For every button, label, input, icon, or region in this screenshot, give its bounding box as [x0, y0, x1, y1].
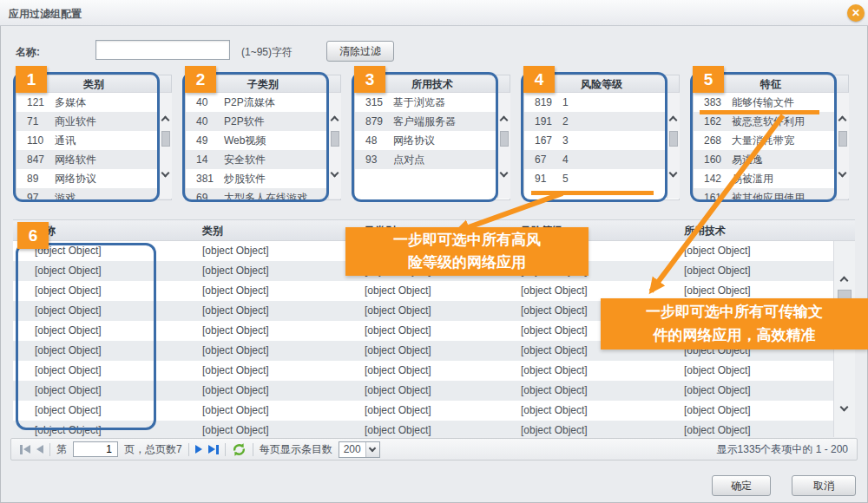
ok-button[interactable]: 确定 [712, 475, 771, 496]
panel-list-item[interactable]: 14 安全软件 [186, 150, 340, 169]
panel-list-item[interactable]: 40 P2P流媒体 [186, 93, 340, 112]
step-badge: 6 [17, 222, 49, 249]
panel-listbox: 类别 121 多媒体 71 商业软件 [16, 75, 172, 200]
panel-scrollbar[interactable] [497, 93, 510, 199]
callout-text-line: 一步即可选中所有高风 [345, 229, 589, 252]
next-page-icon[interactable] [195, 445, 202, 454]
item-count: 819 [524, 93, 562, 112]
table-cell: [object Object] [13, 301, 178, 321]
item-count: 71 [16, 112, 55, 131]
panel-scrollbar[interactable] [159, 93, 172, 199]
panel-list-item[interactable]: 191 2 [524, 112, 679, 131]
panel-list-item[interactable]: 268 大量消耗带宽 [694, 131, 848, 150]
panel-list-item[interactable]: 142 易被滥用 [694, 169, 848, 188]
scroll-thumb[interactable] [838, 131, 847, 147]
chevron-down-icon[interactable] [365, 442, 379, 457]
scroll-up-icon[interactable] [669, 116, 678, 125]
panel-list-item[interactable]: 847 网络软件 [16, 150, 171, 169]
scroll-down-icon[interactable] [500, 169, 509, 178]
table-cell: [object Object] [13, 421, 178, 437]
panel-list-item[interactable]: 110 通讯 [16, 131, 171, 150]
panel-scrollbar[interactable] [328, 93, 341, 199]
callout-text-line: 一步即可选中所有可传输文 [601, 301, 868, 323]
table-row[interactable]: [object Object] [object Object] [object … [13, 381, 855, 401]
last-page-icon[interactable] [208, 445, 219, 454]
table-cell: [object Object] [178, 401, 347, 421]
panel-list-item[interactable]: 69 大型多人在线游戏 [186, 188, 340, 200]
panel-list-item[interactable]: 97 游戏 [16, 188, 171, 200]
scroll-thumb[interactable] [331, 131, 339, 147]
risk-level-callout: 一步即可选中所有高风 险等级的网络应用 [345, 227, 589, 276]
scroll-up-icon[interactable] [500, 116, 509, 125]
panel-scrollbar[interactable] [836, 93, 849, 199]
panel-list-item[interactable]: 167 3 [524, 131, 679, 150]
panel-scrollbar[interactable] [667, 93, 680, 199]
table-row[interactable]: [object Object] [object Object] [object … [13, 361, 855, 381]
panel-list-item[interactable]: 93 点对点 [355, 150, 510, 169]
previous-page-icon[interactable] [36, 445, 43, 454]
page-number-input[interactable] [73, 441, 118, 457]
per-page-label: 每页显示条目数 [260, 442, 332, 457]
table-cell: [object Object] [178, 421, 347, 437]
item-count: 383 [694, 93, 732, 112]
app-filter-group-dialog: 应用过滤组配置 ✕ 名称: (1~95)字符 清除过滤 1 类别 121 多媒体 [0, 0, 868, 503]
item-count: 89 [16, 169, 55, 188]
panel-list-item[interactable]: 49 Web视频 [186, 131, 340, 150]
table-cell: [object Object] [13, 361, 178, 381]
table-cell: [object Object] [13, 321, 178, 341]
close-icon[interactable]: ✕ [847, 4, 865, 22]
item-count: 69 [186, 188, 224, 200]
panel-list-item[interactable]: 71 商业软件 [16, 112, 171, 131]
scroll-up-icon[interactable] [161, 116, 170, 125]
panel-list-item[interactable]: 89 网络协议 [16, 169, 171, 188]
name-input[interactable] [95, 40, 230, 60]
page-prefix-label: 第 [56, 442, 67, 457]
item-label: Web视频 [224, 131, 266, 150]
panel-list-item[interactable]: 121 多媒体 [16, 93, 171, 112]
refresh-icon[interactable] [232, 442, 247, 457]
scroll-thumb[interactable] [669, 131, 678, 147]
panel-list-item[interactable]: 879 客户端服务器 [355, 112, 510, 131]
panel-list-item[interactable]: 819 1 [524, 93, 679, 112]
file-transfer-callout: 一步即可选中所有可传输文 件的网络应用，高效精准 [601, 298, 868, 349]
item-count: 49 [186, 131, 224, 150]
scroll-thumb[interactable] [161, 131, 170, 147]
item-label: 易逃逸 [732, 150, 763, 169]
cancel-button[interactable]: 取消 [792, 475, 856, 496]
scroll-down-icon[interactable] [840, 403, 849, 412]
panel-list-item[interactable]: 91 5 [524, 169, 679, 188]
table-cell: [object Object] [178, 281, 347, 301]
panel-list-item[interactable]: 162 被恶意软件利用 [694, 112, 848, 131]
first-page-icon[interactable] [20, 445, 30, 454]
scroll-down-icon[interactable] [331, 169, 339, 178]
scroll-up-icon[interactable] [840, 277, 849, 285]
scroll-down-icon[interactable] [161, 169, 170, 178]
panel-list-item[interactable]: 315 基于浏览器 [355, 93, 510, 112]
panel-list-item[interactable]: 67 4 [524, 150, 679, 169]
panel-list-item[interactable]: 381 炒股软件 [186, 169, 340, 188]
table-cell: [object Object] [13, 381, 178, 401]
panel-list-item[interactable]: 161 被其他应用使用 [694, 188, 848, 200]
item-label: 客户端服务器 [393, 112, 456, 131]
panel-list-item[interactable]: 160 易逃逸 [694, 150, 848, 169]
item-count: 14 [186, 150, 224, 169]
item-count: 121 [16, 93, 55, 112]
panel-list-item[interactable]: 48 网络协议 [355, 131, 510, 150]
scroll-down-icon[interactable] [838, 169, 847, 178]
table-cell: [object Object] [508, 421, 673, 437]
item-label: 安全软件 [224, 150, 266, 169]
scroll-up-icon[interactable] [331, 116, 339, 125]
clear-filter-button[interactable]: 清除过滤 [326, 41, 394, 62]
panel-list-item[interactable]: 40 P2P软件 [186, 112, 340, 131]
scroll-thumb[interactable] [500, 131, 509, 147]
scroll-down-icon[interactable] [669, 169, 678, 178]
item-label: 5 [562, 169, 569, 188]
scroll-up-icon[interactable] [838, 116, 847, 125]
panel-list-item[interactable]: 383 能够传输文件 [694, 93, 848, 112]
table-row[interactable]: [object Object] [object Object] [object … [13, 401, 855, 421]
table-row[interactable]: [object Object] [object Object] [object … [13, 421, 855, 437]
name-length-hint: (1~95)字符 [241, 45, 293, 60]
item-label: 3 [562, 131, 569, 150]
table-cell: [object Object] [347, 321, 508, 341]
per-page-select[interactable]: 200 [339, 441, 380, 458]
